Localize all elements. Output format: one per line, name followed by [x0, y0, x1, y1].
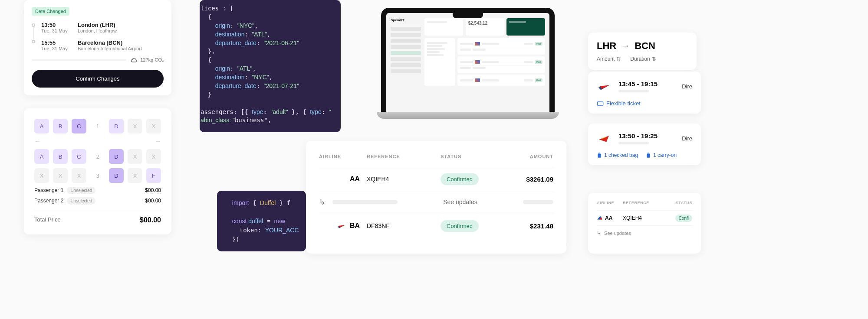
th-airline: AIRLINE [597, 201, 623, 205]
arr-time: 15:55 [41, 39, 72, 46]
row-number: 3 [90, 173, 105, 179]
table-row[interactable]: BA DF83NF Confirmed $231.48 [319, 213, 553, 238]
timeline [32, 22, 35, 51]
seat-3X: X [34, 168, 49, 183]
see-updates-row[interactable]: ↳ See updates [597, 225, 692, 240]
aa-logo-icon [597, 215, 603, 221]
th-reference: REFERENCE [623, 201, 658, 205]
prev-row-icon[interactable]: ← [34, 138, 40, 145]
route-to: BCN [635, 40, 655, 52]
arr-city: Barcelona (BCN) [78, 39, 142, 46]
seat-2X: X [128, 149, 142, 164]
svg-rect-0 [597, 102, 603, 105]
seat-2D[interactable]: D [109, 149, 124, 164]
ticket-icon [597, 101, 604, 107]
seat-2C[interactable]: C [72, 149, 86, 164]
order-change-card: Date Changed 13:50Tue, 31 May London (LH… [24, 0, 171, 95]
seat-2A[interactable]: A [34, 149, 49, 164]
seat-3D[interactable]: D [109, 168, 124, 183]
laptop-mockup: SpendIT $2,543.12 [381, 8, 555, 119]
date-changed-badge: Date Changed [32, 7, 69, 16]
booking-ref: XQIEH4 [367, 176, 441, 182]
flight-result-card[interactable]: 13:50 - 19:25 Dire 1 checked bag 1 carry… [588, 124, 701, 165]
status-badge: Confirmed [441, 220, 479, 232]
bookings-table-card: AIRLINE REFERENCE STATUS AMOUNT AA XQIEH… [306, 141, 566, 254]
airline-code: AA [350, 175, 360, 183]
booking-amount: $3261.09 [510, 176, 553, 183]
status-badge: Confirmed [441, 173, 479, 185]
see-updates-row[interactable]: ↳ See updates [319, 191, 553, 213]
dashboard-amount: $2,543.12 [468, 21, 502, 26]
table-row[interactable]: AA XQIEH4 Confi [597, 210, 692, 225]
cloud-icon [131, 58, 138, 63]
mini-bookings-card: AIRLINE REFERENCE STATUS AA XQIEH4 Confi… [588, 193, 701, 254]
confirm-changes-button[interactable]: Confirm Changes [32, 70, 164, 88]
seat-1A[interactable]: A [34, 119, 49, 133]
row-number: 2 [90, 153, 105, 160]
next-row-icon[interactable]: → [155, 138, 161, 145]
direct-label: Dire [682, 83, 692, 90]
co2-label: 127kg CO₂ [140, 57, 164, 63]
dep-airport: London, Heathrow [78, 28, 117, 33]
total-value: $00.00 [140, 216, 161, 224]
sort-icon: ⇅ [616, 56, 621, 62]
seat-1D[interactable]: D [109, 119, 124, 133]
direct-label: Dire [682, 135, 692, 142]
svg-rect-2 [647, 154, 650, 158]
seat-1X: X [128, 119, 142, 133]
arrow-right-icon: → [621, 40, 630, 52]
seat-2B[interactable]: B [53, 149, 68, 164]
booking-amount: $231.48 [510, 222, 553, 230]
total-label: Total Price [34, 216, 61, 224]
flight-times: 13:45 - 19:15 [618, 80, 658, 88]
dep-time: 13:50 [41, 22, 72, 28]
th-reference: REFERENCE [367, 154, 441, 159]
sort-amount[interactable]: Amount⇅ [597, 56, 621, 62]
booking-ref: XQIEH4 [623, 215, 658, 221]
seat-2X: X [146, 149, 161, 164]
code-snippet-import: import { Duffel } f const duffel = new t… [217, 191, 306, 251]
arr-date: Tue, 31 May [41, 46, 72, 51]
passenger-row[interactable]: Passenger 2Unselected$00.00 [34, 198, 161, 204]
seat-1C[interactable]: C [72, 119, 86, 133]
results-header-card: LHR → BCN Amount⇅ Duration⇅ [588, 33, 697, 70]
flight-times: 13:50 - 19:25 [618, 132, 658, 140]
seat-1X: X [146, 119, 161, 133]
iberia-logo-icon [597, 130, 612, 146]
seat-3X: X [128, 168, 142, 183]
table-row[interactable]: AA XQIEH4 Confirmed $3261.09 [319, 167, 553, 191]
return-arrow-icon: ↳ [597, 230, 601, 236]
bag-icon [597, 152, 602, 158]
seat-1B[interactable]: B [53, 119, 68, 133]
dep-date: Tue, 31 May [41, 28, 72, 33]
flight-result-card[interactable]: 13:45 - 19:15 Dire Flexible ticket [588, 72, 701, 114]
ba-logo-icon [337, 221, 346, 231]
seat-map-card: ABC1DXX←→ABC2DXXXXX3DXF Passenger 1Unsel… [24, 108, 171, 234]
dep-city: London (LHR) [78, 22, 117, 28]
th-status: STATUS [441, 154, 510, 159]
seat-3X: X [53, 168, 68, 183]
airline-code: BA [350, 222, 360, 230]
updates-label: See updates [404, 199, 516, 205]
bag-icon [646, 152, 651, 158]
booking-ref: DF83NF [367, 222, 441, 229]
seat-3F[interactable]: F [146, 168, 161, 183]
app-brand: SpendIT [391, 18, 421, 22]
status-badge: Confi [675, 215, 692, 222]
carry-on-tag: 1 carry-on [646, 152, 677, 158]
svg-rect-1 [598, 154, 601, 158]
flexible-ticket-tag: Flexible ticket [597, 100, 692, 107]
passenger-row[interactable]: Passenger 1Unselected$00.00 [34, 187, 161, 193]
seat-3X: X [72, 168, 86, 183]
arr-airport: Barcelona International Airport [78, 46, 142, 51]
th-airline: AIRLINE [319, 154, 367, 159]
sort-icon: ⇅ [652, 56, 656, 62]
th-status: STATUS [658, 201, 692, 205]
route-from: LHR [597, 40, 616, 52]
sort-duration[interactable]: Duration⇅ [630, 56, 656, 62]
row-number: 1 [90, 123, 105, 130]
checked-bag-tag: 1 checked bag [597, 152, 638, 158]
th-amount: AMOUNT [510, 154, 553, 159]
return-arrow-icon: ↳ [319, 197, 326, 207]
ba-logo-icon [597, 78, 612, 94]
